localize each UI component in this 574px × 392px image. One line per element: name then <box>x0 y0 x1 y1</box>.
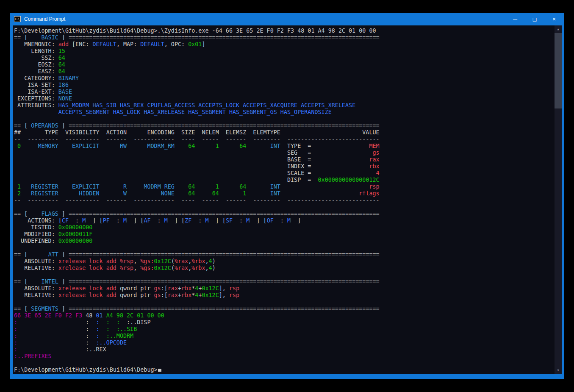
console-line: DISP = 0x000000000000012C <box>14 177 555 183</box>
console-line: F:\Development\GitHub\zydis\Build64\Debu… <box>14 367 555 373</box>
console-line: == [ OPERANDS ] ========================… <box>14 122 555 129</box>
scroll-up-icon: ▲ <box>557 28 559 31</box>
scroll-down-button[interactable]: ▼ <box>555 367 562 374</box>
console-line: 0 MEMORY EXPLICIT RW MODRM_RM 64 1 64 IN… <box>14 143 555 150</box>
console-line: F:\Development\GitHub\zydis\Build64\Debu… <box>14 28 555 34</box>
console-line <box>14 272 555 278</box>
console-line: ACTIONS: [CF : M ] [PF : M ] [AF : M ] [… <box>14 217 555 224</box>
console-line: ISA-SET: I86 <box>14 82 555 89</box>
console-line: : : : :..MODRM <box>14 333 555 339</box>
console-line: SEG = gs <box>14 150 555 156</box>
console-output[interactable]: F:\Development\GitHub\zydis\Build64\Debu… <box>13 25 555 374</box>
console-line: ACCEPTS_SEGMENT HAS_LOCK HAS_XRELEASE HA… <box>14 109 555 116</box>
console-line: 66 3E 65 2E F0 F2 F3 48 01 A4 98 2C 01 0… <box>14 312 555 319</box>
console-line: ATTRIBUTES: HAS_MODRM HAS_SIB HAS_REX CP… <box>14 102 555 109</box>
text-cursor <box>158 369 161 372</box>
console-line: :..PREFIXES <box>14 353 555 360</box>
close-button[interactable]: ✕ <box>544 13 564 25</box>
titlebar[interactable]: C:\_ Command Prompt — □ ✕ <box>10 13 564 25</box>
console-line: 1 REGISTER EXPLICIT R MODRM_REG 64 1 64 … <box>14 183 555 190</box>
console-line: ABSOLUTE: xrelease lock add qword ptr gs… <box>14 285 555 292</box>
console-line: ABSOLUTE: xrelease lock add %rsp, %gs:0x… <box>14 258 555 265</box>
console-line: : : : : : :..DISP <box>14 319 555 326</box>
console-line: TESTED: 0x00000000 <box>14 224 555 231</box>
console-line: BASE = rax <box>14 156 555 163</box>
console-line <box>14 360 555 367</box>
console-line: SCALE = 4 <box>14 170 555 177</box>
console-line: ## TYPE VISIBILITY ACTION ENCODING SIZE … <box>14 129 555 136</box>
maximize-button[interactable]: □ <box>525 13 544 25</box>
scroll-down-icon: ▼ <box>557 369 559 372</box>
console-line: : :..REX <box>14 346 555 353</box>
console-line <box>14 245 555 251</box>
console-line: : : :..OPCODE <box>14 339 555 346</box>
scrollbar[interactable]: ▲ ▼ <box>555 25 562 374</box>
console-line: INDEX = rbx <box>14 163 555 170</box>
console-line: == [ INTEL ] ===========================… <box>14 278 555 285</box>
window-body: F:\Development\GitHub\zydis\Build64\Debu… <box>13 25 562 374</box>
console-line: == [ BASIC ] ===========================… <box>14 34 555 41</box>
console-line: == [ SEGMENTS ] ========================… <box>14 306 555 312</box>
console-line: EXCEPTIONS: NONE <box>14 95 555 102</box>
console-line: EASZ: 64 <box>14 68 555 75</box>
console-line: ISA-EXT: BASE <box>14 89 555 95</box>
console-line: -- --------- ---------- ------ ---------… <box>14 136 555 143</box>
scroll-thumb[interactable] <box>555 33 562 108</box>
cmd-icon: C:\_ <box>14 16 21 22</box>
console-line: RELATIVE: xrelease lock add qword ptr gs… <box>14 292 555 299</box>
console-line: CATEGORY: BINARY <box>14 75 555 82</box>
console-line: EOSZ: 64 <box>14 61 555 68</box>
console-line <box>14 204 555 211</box>
console-line: MNEMONIC: add [ENC: DEFAULT, MAP: DEFAUL… <box>14 41 555 48</box>
console-line: == [ FLAGS ] ===========================… <box>14 211 555 217</box>
minimize-button[interactable]: — <box>505 13 525 25</box>
console-line: 2 REGISTER HIDDEN W NONE 64 64 1 INT rfl… <box>14 190 555 197</box>
console-line: MODIFIED: 0x0000011F <box>14 231 555 238</box>
console-line: SSZ: 64 <box>14 55 555 61</box>
window-controls: — □ ✕ <box>505 13 564 25</box>
window-title: Command Prompt <box>24 16 65 22</box>
console-line: : : : : :..SIB <box>14 326 555 333</box>
console-line <box>14 299 555 306</box>
console-line: RELATIVE: xrelease lock add %rsp, %gs:0x… <box>14 265 555 272</box>
console-line: == [ ATT ] =============================… <box>14 251 555 258</box>
scroll-up-button[interactable]: ▲ <box>555 25 562 33</box>
desktop: { "window": { "title": "Command Prompt",… <box>0 0 574 392</box>
console-line: LENGTH: 15 <box>14 48 555 55</box>
console-line: UNDEFINED: 0x00000000 <box>14 238 555 245</box>
command-prompt-window: C:\_ Command Prompt — □ ✕ F:\Development… <box>10 13 564 379</box>
console-line <box>14 116 555 122</box>
console-line: -- --------- ---------- ------ ---------… <box>14 197 555 204</box>
